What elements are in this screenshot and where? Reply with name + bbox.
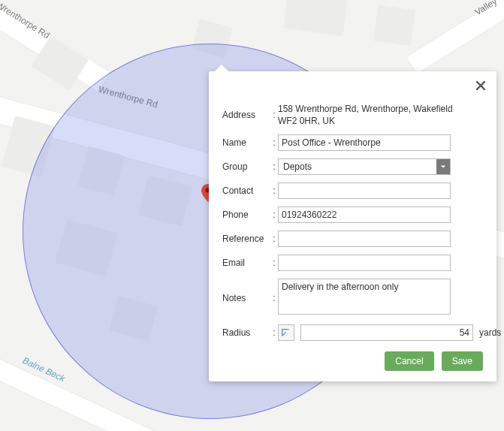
- email-label: Email: [222, 258, 270, 268]
- chevron-down-icon[interactable]: [436, 159, 450, 174]
- contact-input[interactable]: [278, 182, 451, 199]
- building-footprint: [283, 0, 348, 36]
- close-icon[interactable]: [474, 79, 487, 92]
- radius-draw-icon[interactable]: [278, 324, 294, 341]
- location-edit-popup: Address : 158 Wrenthorpe Rd, Wrenthorpe,…: [209, 71, 496, 381]
- notes-label: Notes: [222, 293, 270, 303]
- radius-label: Radius: [222, 327, 270, 338]
- address-label: Address: [222, 110, 270, 120]
- radius-input[interactable]: [300, 324, 473, 341]
- save-button[interactable]: Save: [442, 351, 483, 371]
- name-label: Name: [222, 137, 270, 148]
- address-value: 158 Wrenthorpe Rd, Wrenthorpe, Wakefield…: [278, 103, 473, 127]
- email-input[interactable]: [278, 255, 451, 271]
- group-select[interactable]: Depots: [278, 158, 451, 175]
- phone-label: Phone: [222, 209, 270, 220]
- reference-input[interactable]: [278, 231, 451, 247]
- notes-textarea[interactable]: [278, 279, 451, 315]
- reference-label: Reference: [222, 234, 270, 244]
- name-input[interactable]: [278, 134, 451, 151]
- radius-unit: yards: [479, 327, 501, 338]
- road: [406, 0, 504, 74]
- building-footprint: [373, 5, 415, 46]
- group-select-value: Depots: [279, 159, 436, 174]
- cancel-button[interactable]: Cancel: [385, 351, 433, 371]
- contact-label: Contact: [222, 185, 270, 196]
- group-label: Group: [222, 161, 270, 172]
- map-canvas[interactable]: Wrenthorpe Rd Wrenthorpe Rd Balne Beck V…: [0, 0, 504, 431]
- phone-input[interactable]: [278, 206, 451, 223]
